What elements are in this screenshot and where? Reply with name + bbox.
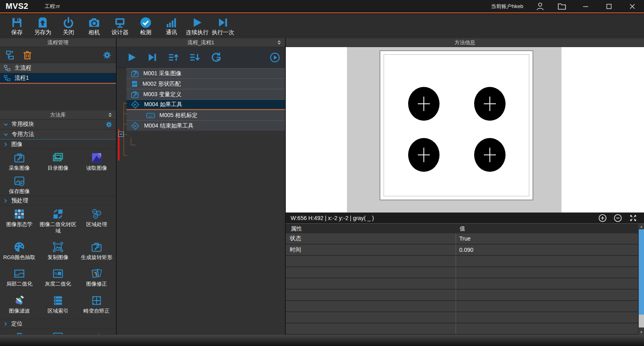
flow-step-m004-endif[interactable]: M004 结束如果工具 bbox=[126, 120, 285, 131]
library-category-locate[interactable]: 定位 bbox=[0, 319, 116, 329]
library-item-image-filter[interactable]: 图像滤波 bbox=[0, 292, 39, 319]
library-item-local-binarize[interactable]: 局部二值化 bbox=[0, 265, 39, 292]
toolbar-comm-button[interactable]: 通讯 bbox=[159, 16, 184, 36]
run-flow-icon[interactable] bbox=[126, 52, 137, 63]
value-cell bbox=[456, 267, 644, 278]
library-group-label: 专用方法 bbox=[12, 131, 34, 138]
library-item-distortion-correct[interactable]: 畸变自矫正 bbox=[77, 292, 116, 319]
flow-step-m003[interactable]: M003 变量定义 bbox=[126, 89, 285, 99]
scrollbar-down-arrow[interactable]: ▼ bbox=[638, 330, 644, 335]
library-item-save-image[interactable]: 保存图像 bbox=[0, 173, 39, 196]
table-row-empty[interactable] bbox=[286, 256, 644, 267]
toolbar-designer-button[interactable]: 设计器 bbox=[107, 16, 133, 36]
chevron-down-icon bbox=[2, 131, 9, 138]
table-row-empty[interactable] bbox=[286, 323, 644, 335]
toolbar-close-button[interactable]: 关闭 bbox=[56, 16, 81, 36]
library-item-rgb-extract[interactable]: RGB颜色抽取 bbox=[0, 239, 39, 265]
loop-icon[interactable] bbox=[210, 51, 222, 63]
toolbar-run-continuous-button[interactable]: 连续执行 bbox=[184, 16, 210, 36]
library-item-partial[interactable] bbox=[0, 329, 39, 335]
morphology-icon bbox=[13, 208, 25, 220]
gear-icon[interactable] bbox=[102, 50, 112, 60]
scrollbar-thumb[interactable] bbox=[639, 229, 644, 315]
library-item-label: RGB颜色抽取 bbox=[2, 254, 36, 261]
flow-step-m005[interactable]: M005 相机标定 bbox=[126, 110, 285, 120]
library-item-image-fix[interactable]: 图像修正 bbox=[77, 265, 116, 292]
power-icon bbox=[62, 16, 74, 29]
trash-icon[interactable] bbox=[22, 49, 33, 61]
library-category-preprocess[interactable]: 预处理 bbox=[0, 196, 116, 206]
toolbar-detect-button[interactable]: 检测 bbox=[133, 16, 159, 36]
maximize-button[interactable] bbox=[605, 2, 613, 11]
process-item-main-flow[interactable]: 主流程 bbox=[0, 63, 116, 73]
table-row-empty[interactable] bbox=[286, 278, 644, 290]
directory-image-icon bbox=[52, 152, 64, 164]
run-circle-icon[interactable] bbox=[270, 52, 280, 63]
method-library-header: 方法库 bbox=[0, 111, 116, 119]
table-row-empty[interactable] bbox=[286, 301, 644, 312]
folder-icon[interactable] bbox=[557, 2, 567, 11]
collapse-panel-icon[interactable] bbox=[276, 39, 283, 46]
column-value: 值 bbox=[460, 225, 465, 233]
library-item-label: 局部二值化 bbox=[6, 281, 33, 287]
flow-step-m004-if[interactable]: M004 如果工具 bbox=[126, 99, 285, 110]
table-row-empty[interactable] bbox=[286, 267, 644, 278]
library-item-read-image[interactable]: 读取图像 bbox=[77, 149, 116, 173]
image-viewport[interactable] bbox=[286, 47, 644, 212]
library-item-region-index[interactable]: 区域索引 bbox=[39, 292, 77, 319]
library-group-common-modules[interactable]: 常用模块 bbox=[0, 119, 116, 130]
process-item-label: 流程1 bbox=[14, 74, 29, 82]
library-item-partial[interactable] bbox=[39, 329, 77, 335]
library-item-acquire-image[interactable]: 采集图像 bbox=[0, 149, 39, 173]
toolbar-label: 通讯 bbox=[166, 29, 177, 36]
toolbar-run-once-button[interactable]: 执行一次 bbox=[210, 16, 236, 36]
add-flow-icon[interactable] bbox=[5, 49, 16, 61]
gear-icon[interactable] bbox=[105, 121, 113, 128]
library-item-partial[interactable] bbox=[77, 329, 116, 335]
table-row-empty[interactable] bbox=[286, 312, 644, 323]
save-as-icon bbox=[37, 16, 49, 29]
flow-step-tree: M001 采集图像 M002 形状匹配 M003 变量定义 M004 如果工具 … bbox=[117, 68, 285, 131]
minimize-button[interactable] bbox=[581, 2, 590, 11]
zoom-out-icon[interactable] bbox=[613, 214, 622, 222]
chevron-right-icon bbox=[2, 141, 9, 148]
scrollbar-up-arrow[interactable]: ▲ bbox=[638, 224, 644, 229]
collapse-panel-icon[interactable] bbox=[107, 111, 114, 118]
toolbar-camera-button[interactable]: 相机 bbox=[81, 16, 107, 36]
library-group-special-methods[interactable]: 专用方法 bbox=[0, 130, 116, 140]
table-row-empty[interactable] bbox=[286, 290, 644, 301]
library-category-image[interactable]: 图像 bbox=[0, 140, 116, 149]
step-flow-icon[interactable] bbox=[147, 52, 158, 63]
flow-step-m001[interactable]: M001 采集图像 bbox=[126, 68, 285, 78]
process-item-flow1[interactable]: 流程1 bbox=[0, 73, 116, 84]
collapse-node-box[interactable] bbox=[118, 132, 124, 137]
table-row[interactable]: 时间 0.090 bbox=[286, 245, 644, 256]
process-item-label: 主流程 bbox=[14, 64, 31, 72]
library-item-morphology[interactable]: 图像形态学 bbox=[0, 206, 39, 239]
library-item-binarize-to-region[interactable]: 图像二值化转区域 bbox=[39, 206, 77, 239]
app-logo: MVS2 bbox=[6, 2, 28, 11]
zoom-in-icon[interactable] bbox=[598, 214, 607, 222]
region-index-icon bbox=[52, 295, 64, 307]
project-label: 工程:rr bbox=[44, 3, 60, 10]
toolbar-save-button[interactable]: 保存 bbox=[4, 16, 30, 36]
library-item-copy-image[interactable]: 复制图像 bbox=[39, 239, 77, 265]
flow-step-m002[interactable]: M002 形状匹配 bbox=[126, 78, 285, 89]
swoosh-icon bbox=[91, 331, 103, 335]
image-status-bar: W:656 H:492 | x:-2 y:-2 | gray( _ ) bbox=[286, 212, 644, 224]
toolbar-save-as-button[interactable]: 另存为 bbox=[30, 16, 56, 36]
property-cell bbox=[286, 312, 456, 323]
library-item-label: 区域索引 bbox=[47, 308, 69, 314]
move-up-icon[interactable] bbox=[167, 51, 179, 63]
move-down-icon[interactable] bbox=[189, 51, 200, 63]
library-item-gray-binarize[interactable]: 灰度二值化 bbox=[39, 265, 77, 292]
close-button[interactable] bbox=[628, 2, 637, 11]
if-icon bbox=[130, 100, 140, 109]
library-item-directory-image[interactable]: 目录图像 bbox=[39, 149, 77, 173]
user-icon[interactable] bbox=[535, 2, 545, 11]
library-item-rotated-rect[interactable]: 生成旋转矩形 bbox=[77, 239, 116, 265]
table-scrollbar[interactable]: ▲ ▼ bbox=[638, 224, 644, 335]
table-row[interactable]: 状态 True bbox=[286, 233, 644, 245]
library-item-region-process[interactable]: 区域处理 bbox=[77, 206, 116, 239]
fullscreen-icon[interactable] bbox=[629, 214, 638, 222]
